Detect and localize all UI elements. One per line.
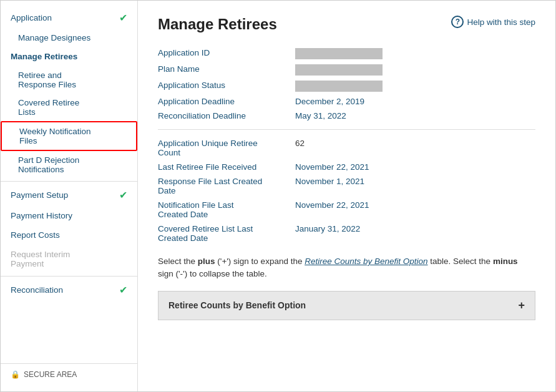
value-plan-name — [295, 62, 535, 78]
expand-icon: + — [518, 299, 525, 312]
collapsible-retiree-counts-label: Retiree Counts by Benefit Option — [168, 300, 306, 310]
label-response-file-created: Response File Last CreatedDate — [158, 174, 295, 198]
label-plan-name: Plan Name — [158, 62, 295, 78]
sidebar-item-covered-retiree-lists-label: Covered RetireeLists — [18, 98, 79, 117]
section-divider — [158, 129, 535, 130]
content-header: Manage Retirees ? Help with this step — [158, 16, 535, 33]
sidebar-secure-area: 🔒 SECURE AREA — [1, 363, 137, 385]
sidebar-item-request-interim-payment: Request InterimPayment — [1, 245, 137, 273]
table-row-last-retiree-file: Last Retiree File Received November 22, … — [158, 160, 535, 174]
value-application-status — [295, 78, 535, 94]
application-check-icon: ✔ — [119, 12, 127, 24]
label-application-id: Application ID — [158, 46, 295, 62]
label-covered-retiree-list-created: Covered Retiree List LastCreated Date — [158, 222, 295, 245]
sidebar-item-reconciliation-label: Reconciliation — [11, 285, 63, 295]
sidebar-divider-2 — [1, 276, 137, 277]
info-table-2: Application Unique RetireeCount 62 Last … — [158, 136, 535, 245]
help-link-label: Help with this step — [467, 17, 535, 27]
sidebar-item-covered-retiree-lists[interactable]: Covered RetireeLists — [1, 94, 137, 121]
table-row-unique-retiree-count: Application Unique RetireeCount 62 — [158, 136, 535, 160]
page-title: Manage Retirees — [158, 16, 277, 33]
help-link[interactable]: ? Help with this step — [451, 16, 535, 28]
table-row-application-id: Application ID — [158, 46, 535, 62]
table-row-covered-retiree-list-created: Covered Retiree List LastCreated Date Ja… — [158, 222, 535, 245]
sidebar-item-manage-retirees-label: Manage Retirees — [11, 52, 77, 61]
sidebar-item-application[interactable]: Application ✔ — [1, 7, 137, 29]
value-response-file-created: November 1, 2021 — [295, 174, 535, 198]
sidebar-item-weekly-notification-files[interactable]: Weekly NotificationFiles — [1, 121, 137, 151]
value-covered-retiree-list-created: January 31, 2022 — [295, 222, 535, 245]
value-unique-retiree-count: 62 — [295, 136, 535, 160]
info-table-1: Application ID Plan Name Application Sta… — [158, 46, 535, 123]
sidebar-item-manage-designees-label: Manage Designees — [18, 33, 90, 42]
lock-icon: 🔒 — [11, 370, 20, 379]
sidebar-item-part-d-rejection-notifications[interactable]: Part D RejectionNotifications — [1, 151, 137, 179]
reconciliation-check-icon: ✔ — [119, 284, 127, 296]
payment-setup-check-icon: ✔ — [119, 189, 127, 201]
value-notification-file-created: November 22, 2021 — [295, 198, 535, 222]
sidebar-item-payment-history[interactable]: Payment History — [1, 206, 137, 225]
table-row-plan-name: Plan Name — [158, 62, 535, 78]
table-row-response-file-created: Response File Last CreatedDate November … — [158, 174, 535, 198]
sidebar-item-payment-setup-label: Payment Setup — [11, 190, 68, 200]
label-notification-file-created: Notification File LastCreated Date — [158, 198, 295, 222]
table-row-application-status: Application Status — [158, 78, 535, 94]
retiree-counts-link[interactable]: Retiree Counts by Benefit Option — [305, 257, 427, 266]
sidebar-item-weekly-notification-files-label: Weekly NotificationFiles — [19, 127, 91, 145]
collapsible-retiree-counts[interactable]: Retiree Counts by Benefit Option + — [158, 291, 535, 320]
sidebar-item-manage-designees[interactable]: Manage Designees — [1, 29, 137, 47]
sidebar-item-manage-retirees[interactable]: Manage Retirees — [1, 47, 137, 66]
label-reconciliation-deadline: Reconciliation Deadline — [158, 109, 295, 123]
value-application-deadline: December 2, 2019 — [295, 94, 535, 109]
label-unique-retiree-count: Application Unique RetireeCount — [158, 136, 295, 160]
sidebar: Application ✔ Manage Designees Manage Re… — [1, 1, 138, 391]
sidebar-item-retiree-response-files-label: Retiree andResponse Files — [18, 71, 76, 89]
value-last-retiree-file: November 22, 2021 — [295, 160, 535, 174]
label-last-retiree-file: Last Retiree File Received — [158, 160, 295, 174]
label-application-deadline: Application Deadline — [158, 94, 295, 109]
help-icon: ? — [451, 16, 464, 28]
main-content: Manage Retirees ? Help with this step Ap… — [138, 1, 555, 391]
label-application-status: Application Status — [158, 78, 295, 94]
sidebar-item-retiree-response-files[interactable]: Retiree andResponse Files — [1, 66, 137, 94]
sidebar-item-payment-history-label: Payment History — [11, 211, 72, 220]
table-row-notification-file-created: Notification File LastCreated Date Novem… — [158, 198, 535, 222]
sidebar-item-request-interim-payment-label: Request InterimPayment — [11, 250, 70, 268]
sidebar-item-report-costs-label: Report Costs — [11, 230, 60, 240]
sidebar-divider-1 — [1, 181, 137, 182]
secure-area-label: SECURE AREA — [24, 370, 77, 379]
minus-keyword: minus — [493, 257, 518, 266]
value-application-id — [295, 46, 535, 62]
description-text: Select the plus ('+') sign to expand the… — [158, 255, 535, 281]
sidebar-item-part-d-rejection-notifications-label: Part D RejectionNotifications — [18, 155, 79, 174]
sidebar-item-application-label: Application — [11, 13, 52, 22]
sidebar-item-report-costs[interactable]: Report Costs — [1, 225, 137, 245]
table-row-application-deadline: Application Deadline December 2, 2019 — [158, 94, 535, 109]
value-reconciliation-deadline: May 31, 2022 — [295, 109, 535, 123]
table-row-reconciliation-deadline: Reconciliation Deadline May 31, 2022 — [158, 109, 535, 123]
sidebar-item-reconciliation[interactable]: Reconciliation ✔ — [1, 279, 137, 301]
sidebar-item-payment-setup[interactable]: Payment Setup ✔ — [1, 184, 137, 206]
plus-keyword: plus — [198, 257, 215, 266]
